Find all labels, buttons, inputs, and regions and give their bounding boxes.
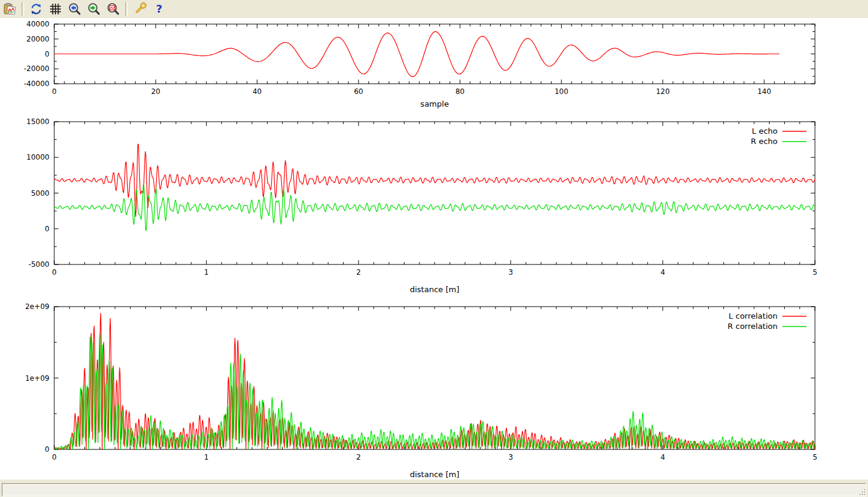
svg-text:140: 140	[757, 87, 771, 96]
svg-text:1e+09: 1e+09	[25, 374, 49, 383]
svg-text:10000: 10000	[27, 153, 49, 161]
svg-text:0: 0	[52, 268, 57, 277]
gnuplot-window: ? 020406080100120140-40000-2000002000040…	[0, 0, 868, 497]
svg-text:L echo: L echo	[752, 127, 778, 136]
status-message	[2, 483, 866, 496]
zoom-region-icon	[107, 2, 120, 16]
svg-text:0: 0	[45, 225, 49, 233]
svg-text:2: 2	[356, 268, 361, 277]
series-line	[54, 31, 779, 77]
svg-text:5: 5	[813, 453, 817, 461]
configure-button[interactable]	[131, 1, 148, 17]
zoom-region-button[interactable]	[105, 1, 122, 17]
svg-text:-40000: -40000	[24, 80, 49, 88]
status-bar	[0, 479, 868, 497]
legend: L correlationR correlation	[728, 311, 807, 331]
svg-text:40000: 40000	[27, 20, 49, 28]
svg-text:2e+09: 2e+09	[25, 302, 49, 311]
svg-text:60: 60	[354, 87, 363, 96]
x-axis-label: distance [m]	[410, 470, 459, 479]
svg-text:0: 0	[52, 87, 57, 96]
svg-text:100: 100	[555, 87, 568, 96]
svg-text:L correlation: L correlation	[729, 311, 778, 320]
svg-text:-20000: -20000	[24, 64, 49, 73]
zoom-previous-button[interactable]	[66, 1, 83, 17]
svg-text:3: 3	[508, 268, 513, 277]
help-button[interactable]: ?	[151, 1, 168, 17]
series-line	[54, 184, 815, 231]
toolbar-separator	[125, 2, 128, 16]
axes	[54, 122, 815, 264]
svg-text:3: 3	[508, 453, 513, 461]
svg-text:20000: 20000	[27, 35, 49, 43]
x-axis-label: distance [m]	[410, 285, 459, 294]
grid-icon	[49, 2, 62, 16]
svg-text:0: 0	[52, 453, 57, 461]
svg-text:15000: 15000	[27, 117, 49, 126]
svg-text:20: 20	[151, 87, 160, 96]
zoom-previous-icon	[68, 2, 81, 16]
svg-text:1: 1	[204, 453, 209, 461]
help-icon: ?	[153, 2, 166, 16]
zoom-next-icon	[87, 2, 101, 16]
svg-text:40: 40	[253, 87, 262, 96]
svg-text:4: 4	[661, 268, 665, 277]
zoom-next-button[interactable]	[86, 1, 102, 17]
svg-text:5000: 5000	[31, 189, 49, 198]
toolbar: ?	[0, 0, 868, 19]
plot-2: 012345-5000050001000015000distance [m]L …	[27, 117, 817, 294]
grid-button[interactable]	[47, 1, 64, 17]
plot-3: 01234501e+092e+09distance [m]L correlati…	[25, 302, 817, 479]
svg-text:1: 1	[204, 268, 209, 277]
svg-text:-5000: -5000	[28, 260, 49, 269]
axes	[54, 307, 815, 449]
refresh-button[interactable]	[28, 1, 45, 17]
svg-text:0: 0	[45, 445, 49, 454]
series-line	[54, 313, 815, 449]
svg-text:120: 120	[656, 87, 670, 96]
tick-labels: 020406080100120140-40000-200000200004000…	[24, 20, 771, 96]
svg-text:80: 80	[455, 87, 464, 96]
configure-icon	[133, 2, 146, 16]
svg-text:R correlation: R correlation	[728, 322, 778, 331]
x-axis-label: sample	[420, 99, 448, 108]
svg-text:R echo: R echo	[750, 137, 778, 146]
svg-text:2: 2	[356, 453, 361, 461]
plot-1: 020406080100120140-40000-200000200004000…	[24, 20, 815, 108]
export-plot-icon	[3, 2, 16, 16]
plots-svg: 020406080100120140-40000-200000200004000…	[0, 18, 868, 479]
plot-canvas[interactable]: 020406080100120140-40000-200000200004000…	[0, 18, 868, 479]
refresh-icon	[30, 2, 43, 16]
svg-text:?: ?	[156, 2, 162, 15]
svg-text:0: 0	[45, 50, 49, 58]
legend: L echoR echo	[750, 127, 807, 146]
series-line	[54, 144, 815, 216]
series-line	[54, 334, 815, 449]
tick-labels: 012345-5000050001000015000	[27, 117, 817, 277]
resize-grip-icon[interactable]	[858, 487, 867, 496]
export-plot-button[interactable]	[1, 1, 18, 17]
svg-text:5: 5	[813, 268, 817, 277]
svg-text:4: 4	[661, 453, 665, 461]
toolbar-separator	[22, 2, 24, 16]
